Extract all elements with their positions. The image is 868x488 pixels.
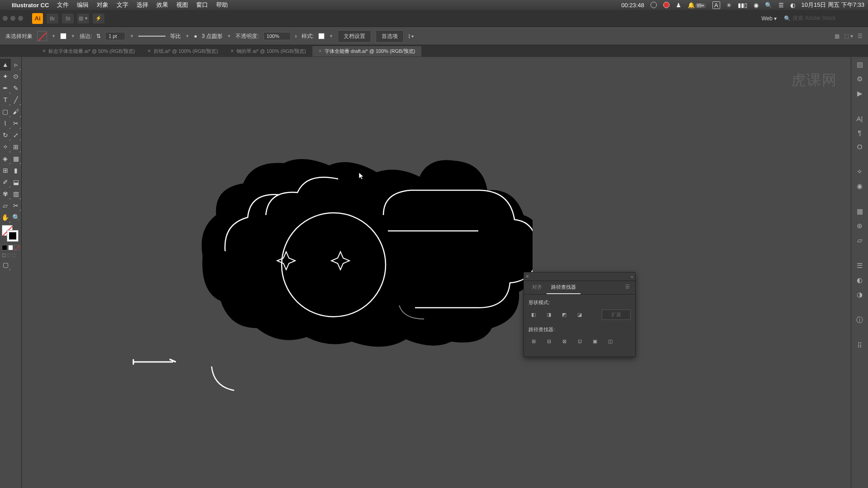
snap-icon[interactable]: ⬚ ▾: [844, 33, 853, 39]
align-panel-icon[interactable]: ⠿: [857, 342, 862, 350]
menu-effect[interactable]: 效果: [156, 1, 168, 9]
menu-view[interactable]: 视图: [176, 1, 188, 9]
perspective-tool[interactable]: ▦: [11, 153, 22, 164]
unite-button[interactable]: ◧: [528, 310, 538, 319]
gpu-icon[interactable]: ⚡: [93, 14, 104, 23]
curvature-tool[interactable]: ✎: [11, 82, 22, 94]
input-method-icon[interactable]: A: [712, 1, 720, 9]
document-tab[interactable]: ×标志字体全能番.ai* @ 50% (RGB/预览): [36, 46, 141, 56]
menu-type[interactable]: 文字: [117, 1, 128, 9]
symbols-panel-icon[interactable]: ▱: [857, 236, 863, 244]
shape-builder-tool[interactable]: ◈: [0, 153, 11, 164]
magic-wand-tool[interactable]: ✦: [0, 70, 11, 82]
minimize-window-icon[interactable]: [10, 16, 15, 21]
mesh-tool[interactable]: ⊞: [0, 164, 11, 176]
pen-tool[interactable]: ✒: [0, 82, 11, 94]
exclude-button[interactable]: ◪: [575, 310, 585, 319]
grid-icon[interactable]: ▦: [835, 33, 840, 39]
outline-button[interactable]: ▣: [590, 337, 600, 346]
window-controls[interactable]: [3, 16, 23, 21]
bridge-icon[interactable]: Br: [47, 14, 58, 23]
pathfinder-tab[interactable]: 路径查找器: [547, 281, 580, 294]
fill-stroke-control[interactable]: [0, 223, 21, 244]
battery-icon[interactable]: ▮▮▯: [738, 2, 747, 9]
workspace-selector[interactable]: Web ▾: [758, 14, 780, 23]
document-setup-button[interactable]: 文档设置: [338, 30, 371, 42]
selection-tool[interactable]: ▲: [0, 59, 11, 70]
canvas[interactable]: ×« 对齐 路径查找器 ☰ 形状模式: ◧ ◨ ◩ ◪ 扩展 路径查找器: ⊞ …: [22, 57, 851, 488]
app-name[interactable]: Illustrator CC: [12, 2, 49, 9]
document-tab[interactable]: ×钢的琴.ai* @ 100% (RGB/预览): [224, 46, 312, 56]
stroke-style[interactable]: [138, 36, 165, 37]
spotlight-icon[interactable]: 🔍: [765, 2, 772, 9]
notification-icon[interactable]: 🔔99+: [688, 2, 706, 9]
scale-tool[interactable]: ⤢: [11, 129, 22, 141]
type-tool[interactable]: T: [0, 94, 11, 106]
hand-tool[interactable]: ✋: [0, 211, 11, 223]
collapse-panel-icon[interactable]: «: [631, 274, 633, 279]
stock-icon[interactable]: St: [62, 14, 74, 23]
info-panel-icon[interactable]: ⓘ: [856, 316, 863, 324]
bluetooth-icon[interactable]: ⚹: [726, 1, 731, 9]
minus-back-button[interactable]: ◫: [605, 337, 615, 346]
search-input[interactable]: 🔍 搜索 Adobe Stock: [784, 14, 865, 22]
color-mode-icon[interactable]: [2, 245, 7, 250]
minus-front-button[interactable]: ◨: [544, 310, 554, 319]
free-transform-tool[interactable]: ⊞: [11, 141, 22, 153]
close-tab-icon[interactable]: ×: [42, 48, 46, 54]
pathfinder-panel[interactable]: ×« 对齐 路径查找器 ☰ 形状模式: ◧ ◨ ◩ ◪ 扩展 路径查找器: ⊞ …: [524, 272, 636, 357]
eraser-tool[interactable]: ✂: [11, 117, 22, 129]
lasso-tool[interactable]: ⊙: [11, 70, 22, 82]
transform-panel-icon[interactable]: ✧: [857, 168, 863, 176]
stroke-stepper[interactable]: ⇅: [96, 33, 101, 39]
graph-tool[interactable]: ▥: [11, 188, 22, 200]
screen-mode-icon[interactable]: ◻: [7, 252, 11, 258]
merge-button[interactable]: ⊠: [559, 337, 569, 346]
fill-swatch[interactable]: [37, 31, 47, 41]
screen-mode-icon[interactable]: ◻: [12, 252, 16, 258]
align-icon[interactable]: ⟟ ▾: [408, 33, 414, 39]
siri-icon[interactable]: ◐: [790, 2, 795, 9]
gradient-tool[interactable]: ▮: [11, 164, 22, 176]
brushes-panel-icon[interactable]: ⊛: [857, 222, 863, 230]
blend-tool[interactable]: ⬓: [11, 176, 22, 188]
rectangle-tool[interactable]: ▢: [0, 106, 11, 117]
width-tool[interactable]: ✧: [0, 141, 11, 153]
none-mode-icon[interactable]: [14, 245, 19, 250]
gradient-panel-icon[interactable]: ◐: [857, 276, 863, 284]
gradient-mode-icon[interactable]: [8, 245, 14, 250]
artboard-tool[interactable]: ▱: [0, 200, 11, 211]
menu-object[interactable]: 对象: [97, 1, 108, 9]
preferences-button[interactable]: 首选项: [376, 30, 404, 42]
datetime[interactable]: 10月15日 周五 下午7:33: [802, 1, 864, 9]
menu-edit[interactable]: 编辑: [77, 1, 89, 9]
menu-help[interactable]: 帮助: [216, 1, 228, 9]
menu-file[interactable]: 文件: [57, 1, 69, 9]
menu-icon[interactable]: ☰: [858, 33, 863, 39]
stroke-weight-input[interactable]: 1 pt: [105, 32, 125, 40]
swatches-panel-icon[interactable]: ▦: [857, 207, 863, 216]
slice-tool[interactable]: ✂: [11, 200, 22, 211]
control-center-icon[interactable]: ☰: [778, 2, 784, 9]
pause-icon[interactable]: [651, 2, 657, 8]
panel-menu-icon[interactable]: ☰: [623, 281, 632, 294]
libraries-panel-icon[interactable]: ⚙: [857, 75, 863, 83]
align-tab[interactable]: 对齐: [528, 281, 547, 294]
close-panel-icon[interactable]: ×: [526, 273, 529, 280]
eyedropper-tool[interactable]: ✐: [0, 176, 11, 188]
trim-button[interactable]: ⊟: [544, 337, 554, 346]
close-tab-icon[interactable]: ×: [319, 48, 322, 54]
expand-button[interactable]: 扩展: [602, 310, 631, 320]
screen-mode-tool[interactable]: ▢: [0, 259, 11, 271]
record-icon[interactable]: [663, 2, 670, 8]
crop-button[interactable]: ⊡: [575, 337, 585, 346]
paintbrush-tool[interactable]: 🖌: [11, 106, 22, 117]
document-tab[interactable]: ×折纸.ai* @ 100% (RGB/预览): [141, 46, 224, 56]
stroke-swatch[interactable]: [60, 33, 66, 39]
maximize-window-icon[interactable]: [18, 16, 23, 21]
close-tab-icon[interactable]: ×: [147, 48, 151, 54]
zoom-tool[interactable]: 🔍: [11, 211, 22, 223]
paragraph-panel-icon[interactable]: ¶: [858, 129, 861, 136]
close-window-icon[interactable]: [3, 16, 8, 21]
line-tool[interactable]: ╱: [11, 94, 22, 106]
